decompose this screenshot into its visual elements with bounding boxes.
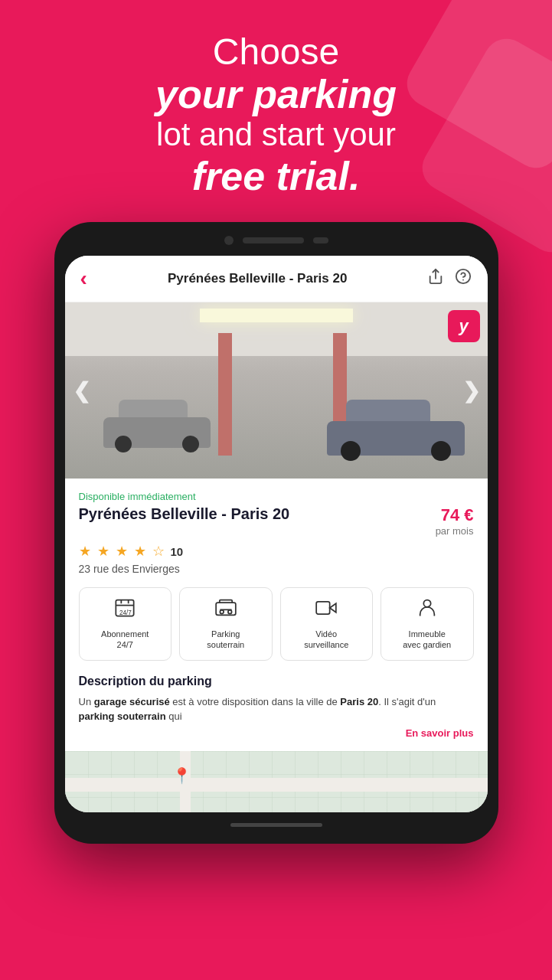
svg-point-6 [220, 610, 224, 614]
header-actions [427, 268, 472, 289]
star-2: ★ [97, 543, 109, 560]
price-block: 74 € par mois [436, 505, 474, 537]
svg-rect-5 [216, 603, 236, 615]
home-indicator [230, 823, 322, 827]
back-button[interactable]: ‹ [80, 266, 87, 291]
price-unit: par mois [436, 525, 474, 537]
description-title: Description du parking [79, 675, 474, 688]
subscription-icon: 24/7 [114, 597, 136, 624]
parking-name: Pyrénées Belleville - Paris 20 [79, 505, 436, 523]
image-next-button[interactable]: ❯ [462, 378, 480, 403]
star-3: ★ [116, 543, 128, 560]
features-row: 24/7 Abonnement24/7 [79, 587, 474, 661]
parking-details: Disponible immédiatement Pyrénées Bellev… [65, 479, 488, 751]
car-2 [327, 406, 465, 456]
parking-logo: y [448, 310, 480, 342]
star-4: ★ [134, 543, 146, 560]
map-road-horizontal [65, 778, 488, 792]
feature-video: Vidéosurveillance [280, 587, 374, 661]
svg-rect-8 [316, 602, 330, 614]
phone-bottom-bar [65, 823, 488, 827]
share-button[interactable] [427, 268, 444, 289]
parking-address: 23 rue des Envierges [79, 563, 474, 575]
phone-top-bar [65, 236, 488, 245]
garage-light [200, 309, 353, 322]
app-header: ‹ Pyrénées Belleville - Paris 20 [65, 256, 488, 302]
header-title: Pyrénées Belleville - Paris 20 [168, 271, 347, 286]
phone-frame: ‹ Pyrénées Belleville - Paris 20 [54, 222, 498, 844]
map-marker-icon: 📍 [172, 766, 191, 785]
phone-camera [224, 236, 234, 245]
price-amount: 74 € [441, 505, 474, 524]
star-half: ☆ [152, 543, 165, 560]
feature-label-subscription: Abonnement24/7 [101, 629, 149, 651]
rating-count: 10 [171, 545, 184, 558]
hero-line3: lot and start your [46, 116, 506, 153]
svg-text:24/7: 24/7 [119, 609, 132, 616]
rating-row: ★ ★ ★ ★ ☆ 10 [79, 543, 474, 560]
feature-label-guardian: Immeubleavec gardien [403, 629, 451, 651]
svg-point-9 [423, 600, 430, 607]
feature-label-video: Vidéosurveillance [304, 629, 348, 651]
guardian-icon [416, 597, 438, 624]
read-more-link[interactable]: En savoir plus [79, 727, 474, 739]
hero-line1: Choose [46, 31, 506, 73]
feature-label-underground: Parkingsouterrain [207, 629, 244, 651]
garage-pillar-1 [218, 333, 232, 456]
car-1 [103, 406, 211, 448]
availability-badge: Disponible immédiatement [79, 491, 474, 502]
hero-line4: free trial. [46, 153, 506, 199]
phone-screen: ‹ Pyrénées Belleville - Paris 20 [65, 256, 488, 812]
parking-title-row: Pyrénées Belleville - Paris 20 74 € par … [79, 505, 474, 537]
help-button[interactable] [455, 268, 472, 289]
svg-point-7 [228, 610, 232, 614]
star-1: ★ [79, 543, 91, 560]
hero-section: Choose your parking lot and start your f… [0, 0, 552, 222]
video-icon [315, 597, 337, 624]
map-preview[interactable]: 📍 [65, 751, 488, 812]
hero-line2: your parking [46, 73, 506, 116]
feature-subscription: 24/7 Abonnement24/7 [79, 587, 172, 661]
description-text: Un garage sécurisé est à votre dispositi… [79, 694, 474, 724]
parking-image-area: y ❮ ❯ [65, 302, 488, 479]
underground-icon [215, 597, 237, 624]
image-prev-button[interactable]: ❮ [73, 378, 90, 403]
feature-underground: Parkingsouterrain [179, 587, 273, 661]
feature-guardian: Immeubleavec gardien [381, 587, 474, 661]
phone-sensor [313, 237, 328, 243]
phone-mockup: ‹ Pyrénées Belleville - Paris 20 [54, 222, 498, 844]
phone-speaker [243, 237, 304, 243]
garage-interior [65, 302, 488, 479]
